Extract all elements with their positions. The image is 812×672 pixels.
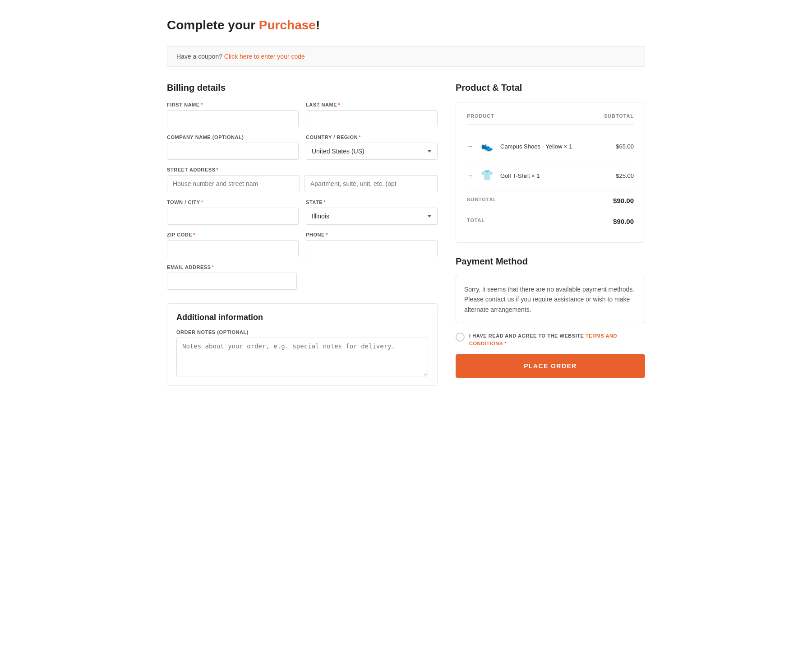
state-label: STATE* xyxy=(306,199,438,205)
company-input[interactable] xyxy=(167,143,299,160)
phone-input[interactable] xyxy=(306,240,438,257)
payment-method-title: Payment Method xyxy=(456,256,645,267)
email-label: EMAIL ADDRESS* xyxy=(167,264,438,270)
product-name-shoes: Campus Shoes - Yellow × 1 xyxy=(500,143,572,150)
terms-row: I HAVE READ AND AGREE TO THE WEBSITE TER… xyxy=(456,332,645,347)
product-price-shirt: $25.00 xyxy=(616,172,634,179)
zip-group: ZIP CODE* xyxy=(167,232,299,257)
name-row: FIRST NAME* LAST NAME* xyxy=(167,102,438,127)
street-label: STREET ADDRESS* xyxy=(167,167,438,172)
total-row: TOTAL $90.00 xyxy=(467,211,634,232)
town-input[interactable] xyxy=(167,208,299,225)
order-notes-textarea[interactable] xyxy=(176,338,428,376)
zip-phone-row: ZIP CODE* PHONE* xyxy=(167,232,438,257)
billing-section: Billing details FIRST NAME* LAST NAME* xyxy=(167,83,438,386)
state-select[interactable]: Illinois xyxy=(306,208,438,225)
terms-text: I HAVE READ AND AGREE TO THE WEBSITE TER… xyxy=(469,332,645,347)
additional-info-title: Additional information xyxy=(176,313,428,322)
zip-input[interactable] xyxy=(167,240,299,257)
coupon-text: Have a coupon? xyxy=(176,53,222,60)
arrow-icon: → xyxy=(467,143,473,150)
payment-warning-box: Sorry, it seems that there are no availa… xyxy=(456,276,645,323)
street-input[interactable] xyxy=(167,175,300,192)
additional-info-box: Additional information ORDER NOTES (OPTI… xyxy=(167,303,438,386)
product-thumb-shirt: 👕 xyxy=(478,167,496,185)
product-col-header: PRODUCT xyxy=(467,113,494,119)
payment-method-section: Payment Method Sorry, it seems that ther… xyxy=(456,256,645,323)
page-title: Complete your Purchase! xyxy=(167,18,645,32)
subtotal-value: $90.00 xyxy=(613,197,634,204)
arrow-icon: → xyxy=(467,172,473,179)
phone-label: PHONE* xyxy=(306,232,438,237)
subtotal-label: SUBTOTAL xyxy=(467,197,497,204)
right-panel: Product & Total PRODUCT SUBTOTAL → 👟 Cam… xyxy=(456,83,645,378)
first-name-group: FIRST NAME* xyxy=(167,102,299,127)
pt-header: PRODUCT SUBTOTAL xyxy=(467,113,634,125)
phone-group: PHONE* xyxy=(306,232,438,257)
last-name-input[interactable] xyxy=(306,110,438,127)
billing-title: Billing details xyxy=(167,83,438,93)
subtotal-row: SUBTOTAL $90.00 xyxy=(467,190,634,211)
product-row-left: → 👕 Golf T-Shirt × 1 xyxy=(467,167,540,185)
zip-label: ZIP CODE* xyxy=(167,232,299,237)
company-group: COMPANY NAME (OPTIONAL) xyxy=(167,134,299,160)
product-name-shirt: Golf T-Shirt × 1 xyxy=(500,172,540,179)
last-name-group: LAST NAME* xyxy=(306,102,438,127)
email-group: EMAIL ADDRESS* xyxy=(167,264,438,290)
coupon-link[interactable]: Click here to enter your code xyxy=(224,53,305,60)
email-row: EMAIL ADDRESS* xyxy=(167,264,438,290)
email-input[interactable] xyxy=(167,273,297,290)
town-state-row: TOWN / CITY* STATE* Illinois xyxy=(167,199,438,225)
street2-input[interactable] xyxy=(304,175,438,192)
coupon-bar: Have a coupon? Click here to enter your … xyxy=(167,46,645,67)
order-notes-label: ORDER NOTES (OPTIONAL) xyxy=(176,329,428,335)
table-row: → 👕 Golf T-Shirt × 1 $25.00 xyxy=(467,161,634,190)
street-group: STREET ADDRESS* xyxy=(167,167,438,192)
total-label: TOTAL xyxy=(467,218,485,225)
company-label: COMPANY NAME (OPTIONAL) xyxy=(167,134,299,140)
product-price-shoes: $65.00 xyxy=(616,143,634,150)
country-select[interactable]: United States (US) xyxy=(306,143,438,160)
country-label: COUNTRY / REGION* xyxy=(306,134,438,140)
street-row: STREET ADDRESS* xyxy=(167,167,438,192)
state-group: STATE* Illinois xyxy=(306,199,438,225)
terms-checkbox[interactable] xyxy=(456,333,465,342)
country-group: COUNTRY / REGION* United States (US) xyxy=(306,134,438,160)
place-order-button[interactable]: PLACE ORDER xyxy=(456,354,645,378)
first-name-label: FIRST NAME* xyxy=(167,102,299,107)
first-name-input[interactable] xyxy=(167,110,299,127)
order-summary-title: Product & Total xyxy=(456,83,645,93)
product-row-left: → 👟 Campus Shoes - Yellow × 1 xyxy=(467,137,572,155)
total-value: $90.00 xyxy=(613,218,634,225)
product-thumb-shoes: 👟 xyxy=(478,137,496,155)
subtotal-col-header: SUBTOTAL xyxy=(604,113,634,119)
order-notes-group: ORDER NOTES (OPTIONAL) xyxy=(176,329,428,376)
town-label: TOWN / CITY* xyxy=(167,199,299,205)
company-country-row: COMPANY NAME (OPTIONAL) COUNTRY / REGION… xyxy=(167,134,438,160)
last-name-label: LAST NAME* xyxy=(306,102,438,107)
town-group: TOWN / CITY* xyxy=(167,199,299,225)
product-total-box: PRODUCT SUBTOTAL → 👟 Campus Shoes - Yell… xyxy=(456,102,645,243)
table-row: → 👟 Campus Shoes - Yellow × 1 $65.00 xyxy=(467,132,634,161)
